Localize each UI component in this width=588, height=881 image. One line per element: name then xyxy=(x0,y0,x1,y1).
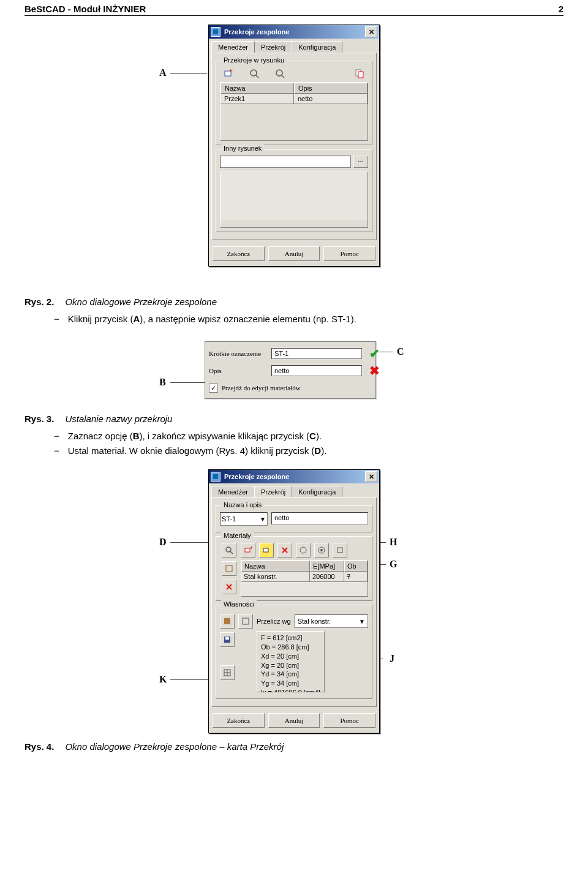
svg-point-3 xyxy=(251,70,257,76)
mat-edit-icon[interactable] xyxy=(259,543,274,558)
svg-rect-0 xyxy=(213,29,218,34)
materials-sidebtns xyxy=(220,543,238,597)
mat-misc-icon[interactable] xyxy=(333,543,347,558)
checkbox-przejdz-edycja[interactable]: ✓ xyxy=(209,384,218,393)
group-title-inny: Inny rysunek xyxy=(221,145,264,152)
materials-toolbar: + xyxy=(241,543,368,558)
mat-row[interactable]: Stal konstr. 206000 7 xyxy=(241,572,368,582)
close-icon[interactable]: ✕ xyxy=(365,26,377,37)
svg-line-6 xyxy=(282,75,284,78)
cell-opis: netto xyxy=(294,94,368,104)
input-krotkie-oznaczenie[interactable] xyxy=(271,348,362,359)
tab-panel: Nazwa i opis ST-1 ▼ netto Materiały xyxy=(211,497,377,707)
marker-a: A xyxy=(159,67,167,78)
svg-rect-9 xyxy=(213,474,218,479)
mat-add-icon[interactable]: + xyxy=(241,543,255,558)
combo-nazwa[interactable]: ST-1 ▼ xyxy=(220,512,268,526)
add-icon[interactable]: + xyxy=(222,67,235,80)
svg-point-10 xyxy=(226,547,231,552)
library-icon[interactable] xyxy=(222,561,236,576)
tab-menedzer[interactable]: Menedżer xyxy=(211,41,255,53)
result-line: Ix = 401606.0 [cm4] xyxy=(261,688,320,692)
zoom-icon[interactable] xyxy=(248,67,260,80)
close-icon[interactable]: ✕ xyxy=(365,471,377,482)
tab-przekroj[interactable]: Przekrój xyxy=(254,41,292,53)
desc-field[interactable]: netto xyxy=(271,512,368,524)
prop-icon-1[interactable] xyxy=(220,614,235,629)
caption-key: Rys. 2. xyxy=(24,297,54,307)
mat-header-ob[interactable]: Ob xyxy=(344,561,368,572)
group-title: Przekroje w rysunku xyxy=(221,56,287,64)
tab-konfiguracja[interactable]: Konfiguracja xyxy=(292,486,342,497)
bullet-text: Kliknij przycisk (A), a następnie wpisz … xyxy=(68,312,356,327)
bullet-text: Ustal materiał. W oknie dialogowym (Rys.… xyxy=(68,444,327,458)
pomoc-button[interactable]: Pomoc xyxy=(323,713,375,728)
titlebar[interactable]: Przekroje zespolone ✕ xyxy=(209,470,379,483)
app-icon xyxy=(211,472,221,482)
list-przekroje[interactable]: Nazwa Opis Przek1 netto xyxy=(220,82,368,141)
anuluj-button[interactable]: Anuluj xyxy=(268,246,320,261)
delete-icon[interactable] xyxy=(222,580,236,594)
svg-text:+: + xyxy=(250,546,252,551)
app-icon xyxy=(211,27,221,37)
group-nazwa-i-opis: Nazwa i opis ST-1 ▼ netto xyxy=(216,505,372,532)
find-icon[interactable] xyxy=(274,67,286,80)
marker-g: G xyxy=(390,559,397,570)
svg-rect-27 xyxy=(225,637,229,640)
label-opis: Opis xyxy=(209,367,268,374)
tabstrip: Menedżer Przekrój Konfiguracja xyxy=(209,39,379,53)
zakoncz-button[interactable]: Zakończ xyxy=(213,713,265,728)
caption-fig3: Rys. 3. Ustalanie nazwy przekroju xyxy=(24,414,564,424)
pomoc-button[interactable]: Pomoc xyxy=(323,246,375,261)
mat-circle1-icon[interactable] xyxy=(296,543,311,558)
svg-rect-24 xyxy=(224,618,230,624)
svg-point-22 xyxy=(320,549,323,551)
cancel-icon[interactable]: ✖ xyxy=(366,363,383,378)
combo-przelicz-wg[interactable]: Stal konstr. ▼ xyxy=(295,614,368,628)
marker-h: H xyxy=(390,537,397,548)
bullet-dash: − xyxy=(54,444,59,458)
svg-rect-15 xyxy=(245,548,250,552)
tab-panel: Przekroje w rysunku + xyxy=(211,53,377,240)
anuluj-button[interactable]: Anuluj xyxy=(268,713,320,728)
tab-konfiguracja[interactable]: Konfiguracja xyxy=(292,41,342,53)
ok-icon[interactable]: ✔ xyxy=(366,346,383,361)
tab-menedzer[interactable]: Menedżer xyxy=(211,486,255,497)
mat-header-nazwa[interactable]: Nazwa xyxy=(241,561,310,572)
bullet-text: Zaznacz opcję (B), i zakończ wpisywanie … xyxy=(68,429,322,444)
caption-text: Okno dialogowe Przekroje zespolone xyxy=(65,297,217,307)
list-row[interactable]: Przek1 netto xyxy=(221,94,368,104)
browse-button[interactable]: … xyxy=(353,156,368,168)
result-line: Ob = 286.8 [cm] xyxy=(261,643,320,652)
checkbox-row[interactable]: ✓ Przejdź do edycji materiałów xyxy=(209,384,362,393)
mat-circle2-icon[interactable] xyxy=(314,543,329,558)
list-inny-rysunek[interactable] xyxy=(220,172,368,228)
results-box: F = 612 [cm2] Ob = 286.8 [cm] Xd = 20 [c… xyxy=(257,631,325,692)
svg-line-4 xyxy=(256,75,258,78)
list-header-opis[interactable]: Opis xyxy=(294,83,368,94)
page-number: 2 xyxy=(559,4,564,14)
zoom-icon[interactable] xyxy=(222,543,236,558)
caption-key: Rys. 3. xyxy=(24,414,54,424)
path-field[interactable] xyxy=(220,156,351,168)
figure-4: D K H G J Przekroje zespolone ✕ Menedżer xyxy=(24,469,564,733)
marker-b: B xyxy=(159,377,166,388)
input-opis[interactable] xyxy=(271,365,362,376)
grid-icon[interactable] xyxy=(220,665,235,680)
mat-remove-icon[interactable] xyxy=(277,543,292,558)
save-icon[interactable] xyxy=(220,632,235,647)
materials-list[interactable]: Nazwa E[MPa] Ob Stal konstr. 206000 7 xyxy=(241,560,368,597)
zakoncz-button[interactable]: Zakończ xyxy=(213,246,265,261)
copy-icon[interactable] xyxy=(353,67,366,80)
tab-przekroj[interactable]: Przekrój xyxy=(254,486,292,497)
result-line: F = 612 [cm2] xyxy=(261,633,320,643)
group-title: Materiały xyxy=(221,532,254,539)
mat-header-e[interactable]: E[MPa] xyxy=(310,561,344,572)
svg-point-20 xyxy=(300,547,306,553)
result-line: Xg = 20 [cm] xyxy=(261,661,320,670)
toolbar: + xyxy=(220,67,368,82)
bullet-dash: − xyxy=(54,312,59,327)
prop-icon-2[interactable] xyxy=(238,614,253,629)
list-header-nazwa[interactable]: Nazwa xyxy=(221,83,294,94)
titlebar[interactable]: Przekroje zespolone ✕ xyxy=(209,25,379,39)
